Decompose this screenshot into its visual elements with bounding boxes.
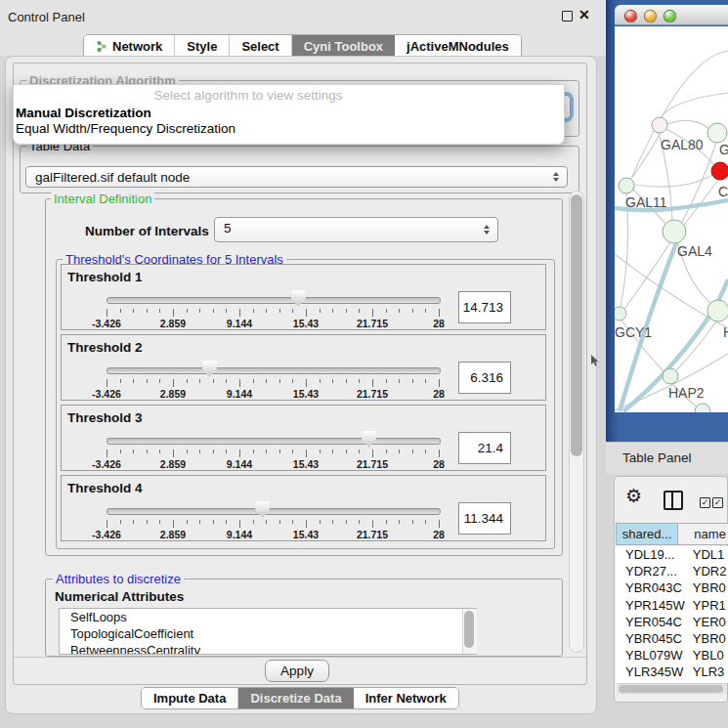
network-node-c[interactable] [711,162,728,180]
network-node-gal11[interactable] [619,178,634,193]
table-row[interactable]: YDR27...YDR2 [616,563,728,579]
tick-mark [292,450,293,453]
tab-cyni-toolbox[interactable]: Cyni Toolbox [292,35,395,58]
tick-mark [292,309,293,313]
network-node-hap2[interactable] [663,368,678,384]
network-node-ga[interactable] [707,123,727,143]
tick-mark [199,309,200,313]
tick-mark [107,379,107,387]
network-view-canvas[interactable]: GAL80GACGAL11GAL4GCY1HHAP2 [615,26,728,412]
table-row[interactable]: YPR145WYPR1 [616,597,728,614]
tick-mark [173,520,174,528]
list-scrollbar-thumb[interactable] [464,611,474,648]
attribute-item[interactable]: SelfLoops [60,609,476,625]
close-traffic-light[interactable] [624,10,637,22]
tick-mark [226,309,227,313]
tick-mark [346,520,347,524]
network-node-h[interactable] [707,300,728,321]
tick-mark [279,379,280,383]
combo-updown-icon[interactable] [553,172,559,182]
tab-style[interactable]: Style [175,35,230,58]
table-row[interactable]: YLR345WYLR3 [616,664,728,680]
network-node-gal4[interactable] [663,220,686,243]
slider-thumb[interactable] [202,361,217,377]
threshold-value-field[interactable]: 21.4 [458,432,511,464]
attribute-item[interactable]: TopologicalCoefficient [60,625,476,642]
zoom-traffic-light[interactable] [664,10,676,22]
threshold-label: Threshold 4 [67,481,143,495]
tick-mark [253,450,254,453]
tick-label: 21.715 [341,318,404,329]
tick-mark [399,520,400,524]
close-icon[interactable]: ✕ [578,7,590,22]
panel-scrollbar-thumb[interactable] [571,194,582,456]
slider-thumb[interactable] [362,431,376,448]
tick-mark [332,450,333,453]
tick-mark [187,309,188,313]
tick-mark [279,450,280,453]
algorithm-option-equal-width-frequency-discretization[interactable]: Equal Width/Frequency Discretization [15,121,562,137]
threshold-label: Threshold 3 [67,410,143,425]
tick-label: 21.715 [341,458,404,470]
checkbox-icon[interactable]: ✓ [712,497,723,508]
tick-label: 21.715 [341,529,404,540]
slider-thumb[interactable] [255,501,270,518]
network-node-gcy1[interactable] [615,307,626,321]
table-data-combobox[interactable]: galFiltered.sif default node [25,166,568,188]
tick-mark [306,450,307,457]
table-row[interactable]: YBR043CYBR0 [616,579,728,596]
algorithm-option-manual-discretization[interactable]: Manual Discretization [15,106,562,121]
tab-select[interactable]: Select [230,35,291,58]
attribute-item[interactable]: BetweennessCentrality [60,642,476,655]
threshold-value-field[interactable]: 14.713 [458,291,511,323]
number-of-intervals-spinner[interactable]: 5 [214,217,498,242]
checkbox-icon[interactable]: ✓ [700,497,710,508]
node-label: GCY1 [615,324,652,340]
tick-mark [266,309,267,313]
tick-mark [399,309,400,313]
table-row[interactable]: YER054CYER0 [616,614,728,630]
column-header-shared-name[interactable]: shared... [616,523,678,545]
slider-track[interactable] [107,367,441,374]
slider-track[interactable] [107,508,441,515]
number-of-intervals-value: 5 [224,218,232,238]
cell-name: YER0 [688,614,728,630]
node-label: H [723,324,728,340]
table-row[interactable]: YDL19...YDL1 [616,546,728,563]
tab-network[interactable]: Network [84,35,175,58]
table-panel-titlebar: Table Panel [606,442,728,474]
threshold-value-field[interactable]: 11.344 [458,502,511,535]
columns-icon[interactable] [664,491,683,510]
tick-label: -3.426 [75,318,138,329]
tick-label: 9.144 [208,458,271,470]
table-row[interactable]: YBR045CYBR0 [616,630,728,647]
float-window-icon[interactable] [562,11,573,21]
attributes-title: Attributes to discretize [53,572,184,586]
tick-mark [173,450,174,457]
tick-mark [253,379,254,383]
minimize-traffic-light[interactable] [644,10,657,22]
slider-track[interactable] [107,297,441,304]
threshold-block-2: Threshold 2-3.4262.8599.14415.4321.71528… [61,334,546,401]
slider-track[interactable] [107,438,441,445]
apply-button[interactable]: Apply [265,660,329,682]
column-header-name[interactable]: name [678,523,728,545]
tick-mark [213,520,214,524]
tick-label: 21.715 [341,388,404,400]
table-hscrollbar-thumb[interactable] [619,685,723,693]
spinner-updown-icon[interactable] [484,225,490,235]
tab-impute-data[interactable]: Impute Data [142,688,238,708]
network-node[interactable] [695,404,710,412]
numerical-attributes-list[interactable]: SelfLoopsTopologicalCoefficientBetweenne… [59,608,477,655]
tab-discretize-data[interactable]: Discretize Data [238,688,353,708]
threshold-value-field[interactable]: 6.316 [458,362,511,394]
tick-mark [187,450,188,453]
tab-jactivemnodules[interactable]: jActiveMNodules [395,35,521,58]
table-row[interactable]: YBL079WYBL0 [616,647,728,664]
tab-infer-network[interactable]: Infer Network [354,688,458,708]
network-node-gal80[interactable] [652,117,667,133]
tick-label: -3.426 [75,388,138,400]
gear-icon[interactable]: ⚙ [625,487,642,506]
tick-mark [439,379,440,387]
slider-thumb[interactable] [291,290,306,307]
